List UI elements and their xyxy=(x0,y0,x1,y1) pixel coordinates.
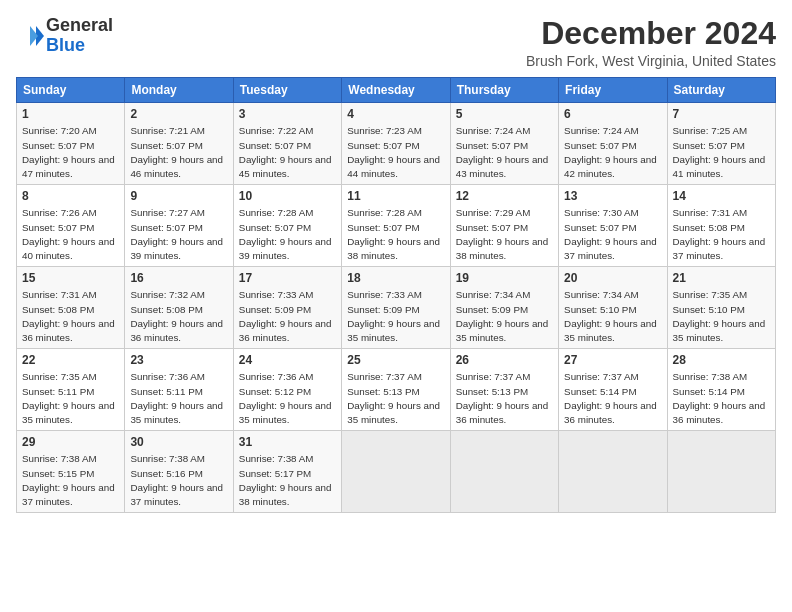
day-number: 14 xyxy=(673,188,770,204)
calendar-cell: 7Sunrise: 7:25 AM Sunset: 5:07 PM Daylig… xyxy=(667,103,775,185)
calendar-cell: 8Sunrise: 7:26 AM Sunset: 5:07 PM Daylig… xyxy=(17,185,125,267)
day-number: 31 xyxy=(239,434,336,450)
day-info: Sunrise: 7:23 AM Sunset: 5:07 PM Dayligh… xyxy=(347,125,440,179)
calendar-week-4: 22Sunrise: 7:35 AM Sunset: 5:11 PM Dayli… xyxy=(17,349,776,431)
day-number: 1 xyxy=(22,106,119,122)
day-header-sunday: Sunday xyxy=(17,78,125,103)
calendar-cell: 26Sunrise: 7:37 AM Sunset: 5:13 PM Dayli… xyxy=(450,349,558,431)
day-header-friday: Friday xyxy=(559,78,667,103)
day-number: 24 xyxy=(239,352,336,368)
day-info: Sunrise: 7:26 AM Sunset: 5:07 PM Dayligh… xyxy=(22,207,115,261)
calendar-cell: 29Sunrise: 7:38 AM Sunset: 5:15 PM Dayli… xyxy=(17,431,125,513)
day-header-saturday: Saturday xyxy=(667,78,775,103)
calendar-cell: 24Sunrise: 7:36 AM Sunset: 5:12 PM Dayli… xyxy=(233,349,341,431)
day-info: Sunrise: 7:24 AM Sunset: 5:07 PM Dayligh… xyxy=(456,125,549,179)
day-number: 16 xyxy=(130,270,227,286)
day-info: Sunrise: 7:24 AM Sunset: 5:07 PM Dayligh… xyxy=(564,125,657,179)
day-info: Sunrise: 7:37 AM Sunset: 5:13 PM Dayligh… xyxy=(456,371,549,425)
day-number: 9 xyxy=(130,188,227,204)
logo: General Blue xyxy=(16,16,113,56)
calendar-cell xyxy=(559,431,667,513)
day-number: 10 xyxy=(239,188,336,204)
day-info: Sunrise: 7:34 AM Sunset: 5:09 PM Dayligh… xyxy=(456,289,549,343)
calendar-cell xyxy=(667,431,775,513)
page-container: General Blue December 2024 Brush Fork, W… xyxy=(0,0,792,521)
day-header-monday: Monday xyxy=(125,78,233,103)
day-number: 8 xyxy=(22,188,119,204)
day-info: Sunrise: 7:38 AM Sunset: 5:15 PM Dayligh… xyxy=(22,453,115,507)
calendar-week-1: 1Sunrise: 7:20 AM Sunset: 5:07 PM Daylig… xyxy=(17,103,776,185)
day-info: Sunrise: 7:37 AM Sunset: 5:14 PM Dayligh… xyxy=(564,371,657,425)
day-header-wednesday: Wednesday xyxy=(342,78,450,103)
day-info: Sunrise: 7:33 AM Sunset: 5:09 PM Dayligh… xyxy=(239,289,332,343)
day-info: Sunrise: 7:29 AM Sunset: 5:07 PM Dayligh… xyxy=(456,207,549,261)
day-info: Sunrise: 7:33 AM Sunset: 5:09 PM Dayligh… xyxy=(347,289,440,343)
calendar-cell: 25Sunrise: 7:37 AM Sunset: 5:13 PM Dayli… xyxy=(342,349,450,431)
calendar-cell: 12Sunrise: 7:29 AM Sunset: 5:07 PM Dayli… xyxy=(450,185,558,267)
day-number: 7 xyxy=(673,106,770,122)
day-header-tuesday: Tuesday xyxy=(233,78,341,103)
calendar-cell: 28Sunrise: 7:38 AM Sunset: 5:14 PM Dayli… xyxy=(667,349,775,431)
calendar-cell: 22Sunrise: 7:35 AM Sunset: 5:11 PM Dayli… xyxy=(17,349,125,431)
day-info: Sunrise: 7:22 AM Sunset: 5:07 PM Dayligh… xyxy=(239,125,332,179)
calendar-cell: 18Sunrise: 7:33 AM Sunset: 5:09 PM Dayli… xyxy=(342,267,450,349)
day-number: 13 xyxy=(564,188,661,204)
calendar-cell xyxy=(342,431,450,513)
day-info: Sunrise: 7:25 AM Sunset: 5:07 PM Dayligh… xyxy=(673,125,766,179)
calendar-cell: 9Sunrise: 7:27 AM Sunset: 5:07 PM Daylig… xyxy=(125,185,233,267)
title-block: December 2024 Brush Fork, West Virginia,… xyxy=(526,16,776,69)
day-number: 2 xyxy=(130,106,227,122)
day-info: Sunrise: 7:28 AM Sunset: 5:07 PM Dayligh… xyxy=(239,207,332,261)
calendar-week-5: 29Sunrise: 7:38 AM Sunset: 5:15 PM Dayli… xyxy=(17,431,776,513)
day-number: 19 xyxy=(456,270,553,286)
day-number: 20 xyxy=(564,270,661,286)
day-info: Sunrise: 7:21 AM Sunset: 5:07 PM Dayligh… xyxy=(130,125,223,179)
day-number: 6 xyxy=(564,106,661,122)
day-number: 22 xyxy=(22,352,119,368)
day-info: Sunrise: 7:28 AM Sunset: 5:07 PM Dayligh… xyxy=(347,207,440,261)
day-info: Sunrise: 7:36 AM Sunset: 5:12 PM Dayligh… xyxy=(239,371,332,425)
calendar-cell: 16Sunrise: 7:32 AM Sunset: 5:08 PM Dayli… xyxy=(125,267,233,349)
header: General Blue December 2024 Brush Fork, W… xyxy=(16,16,776,69)
calendar-cell: 17Sunrise: 7:33 AM Sunset: 5:09 PM Dayli… xyxy=(233,267,341,349)
day-info: Sunrise: 7:20 AM Sunset: 5:07 PM Dayligh… xyxy=(22,125,115,179)
day-header-thursday: Thursday xyxy=(450,78,558,103)
calendar-cell: 30Sunrise: 7:38 AM Sunset: 5:16 PM Dayli… xyxy=(125,431,233,513)
calendar-header-row: SundayMondayTuesdayWednesdayThursdayFrid… xyxy=(17,78,776,103)
day-info: Sunrise: 7:38 AM Sunset: 5:17 PM Dayligh… xyxy=(239,453,332,507)
day-number: 21 xyxy=(673,270,770,286)
day-info: Sunrise: 7:35 AM Sunset: 5:10 PM Dayligh… xyxy=(673,289,766,343)
calendar-cell: 27Sunrise: 7:37 AM Sunset: 5:14 PM Dayli… xyxy=(559,349,667,431)
calendar-week-3: 15Sunrise: 7:31 AM Sunset: 5:08 PM Dayli… xyxy=(17,267,776,349)
logo-name: General Blue xyxy=(46,16,113,56)
day-info: Sunrise: 7:31 AM Sunset: 5:08 PM Dayligh… xyxy=(673,207,766,261)
location: Brush Fork, West Virginia, United States xyxy=(526,53,776,69)
day-number: 12 xyxy=(456,188,553,204)
calendar-cell: 21Sunrise: 7:35 AM Sunset: 5:10 PM Dayli… xyxy=(667,267,775,349)
calendar-cell: 31Sunrise: 7:38 AM Sunset: 5:17 PM Dayli… xyxy=(233,431,341,513)
day-number: 28 xyxy=(673,352,770,368)
calendar-cell: 11Sunrise: 7:28 AM Sunset: 5:07 PM Dayli… xyxy=(342,185,450,267)
calendar-cell: 4Sunrise: 7:23 AM Sunset: 5:07 PM Daylig… xyxy=(342,103,450,185)
calendar-cell: 5Sunrise: 7:24 AM Sunset: 5:07 PM Daylig… xyxy=(450,103,558,185)
day-number: 27 xyxy=(564,352,661,368)
day-info: Sunrise: 7:27 AM Sunset: 5:07 PM Dayligh… xyxy=(130,207,223,261)
calendar-cell: 2Sunrise: 7:21 AM Sunset: 5:07 PM Daylig… xyxy=(125,103,233,185)
day-number: 26 xyxy=(456,352,553,368)
day-number: 30 xyxy=(130,434,227,450)
calendar-cell: 20Sunrise: 7:34 AM Sunset: 5:10 PM Dayli… xyxy=(559,267,667,349)
calendar-cell: 1Sunrise: 7:20 AM Sunset: 5:07 PM Daylig… xyxy=(17,103,125,185)
day-number: 25 xyxy=(347,352,444,368)
day-number: 18 xyxy=(347,270,444,286)
calendar-cell: 13Sunrise: 7:30 AM Sunset: 5:07 PM Dayli… xyxy=(559,185,667,267)
calendar-week-2: 8Sunrise: 7:26 AM Sunset: 5:07 PM Daylig… xyxy=(17,185,776,267)
logo-icon xyxy=(16,22,44,50)
day-info: Sunrise: 7:38 AM Sunset: 5:14 PM Dayligh… xyxy=(673,371,766,425)
day-number: 5 xyxy=(456,106,553,122)
day-info: Sunrise: 7:37 AM Sunset: 5:13 PM Dayligh… xyxy=(347,371,440,425)
calendar-cell xyxy=(450,431,558,513)
day-info: Sunrise: 7:31 AM Sunset: 5:08 PM Dayligh… xyxy=(22,289,115,343)
day-info: Sunrise: 7:32 AM Sunset: 5:08 PM Dayligh… xyxy=(130,289,223,343)
day-info: Sunrise: 7:35 AM Sunset: 5:11 PM Dayligh… xyxy=(22,371,115,425)
day-number: 17 xyxy=(239,270,336,286)
